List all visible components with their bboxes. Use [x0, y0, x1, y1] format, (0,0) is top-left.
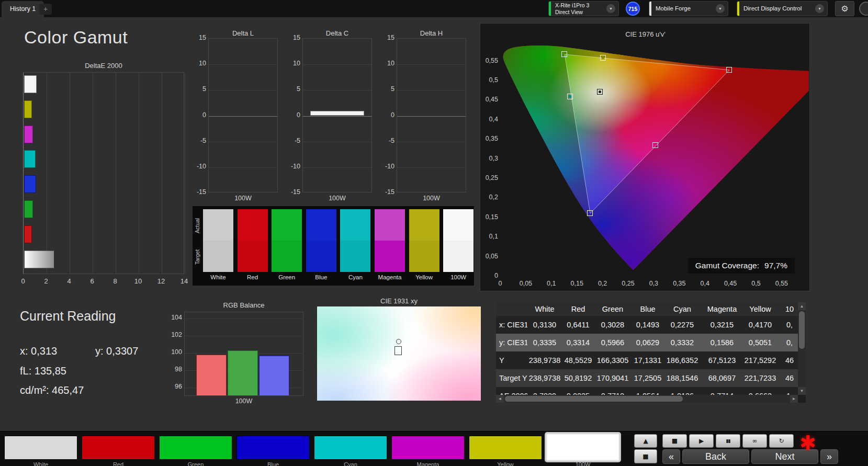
- pattern-swatch-red[interactable]: [82, 436, 155, 460]
- y-tick-label: 0,15: [482, 213, 498, 221]
- gridline: [93, 73, 93, 274]
- power-button[interactable]: [859, 2, 868, 16]
- rgb-bar-red: [196, 355, 227, 395]
- actual-swatch-100w: [443, 209, 474, 241]
- delta-c-bar: [310, 111, 364, 116]
- target-swatch-100w: [443, 241, 474, 272]
- y-tick-label: 0,5: [482, 76, 498, 84]
- scroll-right-icon[interactable]: ►: [790, 395, 798, 403]
- x-tick-label: 10: [131, 277, 145, 285]
- table-row[interactable]: x: CIE310,31300,64110,30280,14930,22750,…: [496, 316, 798, 334]
- next-chevron-button[interactable]: »: [820, 449, 838, 464]
- x-tick-label: 0,35: [670, 280, 689, 287]
- value-cell: 0,6663: [744, 387, 776, 395]
- value-cell: 217,5292: [744, 351, 776, 369]
- delta-c-chart: Delta C 100W 151050-5-10-15: [287, 29, 373, 203]
- swatch-column-label: Green: [272, 274, 302, 280]
- xy-reading-circle-marker: [396, 339, 401, 344]
- pattern-swatch-cyan[interactable]: [314, 436, 387, 460]
- pattern-swatch-white[interactable]: [4, 436, 77, 460]
- cie-1976-panel: CIE 1976 u'v': [480, 23, 810, 291]
- target-swatch-red: [238, 241, 268, 272]
- settings-button[interactable]: ⚙: [835, 1, 854, 16]
- reading-x: x: 0,313: [20, 345, 57, 357]
- x-tick-label: 0: [491, 280, 510, 287]
- gamut-coverage-label: Gamut Coverage:: [695, 261, 759, 270]
- value-cell: 0,3335: [527, 334, 562, 351]
- v-scroll-thumb[interactable]: [799, 311, 805, 349]
- gamut-coverage-readout: Gamut Coverage: 97,7%: [688, 258, 795, 274]
- display-control-dropdown[interactable]: Direct Display Control ▼: [737, 1, 828, 16]
- y-tick-label: 0,55: [482, 57, 498, 64]
- chevron-down-icon: ▼: [815, 4, 824, 13]
- meter-id-badge[interactable]: 715: [626, 2, 640, 16]
- deltae-bar-magenta: [24, 126, 33, 143]
- reading-y: y: 0,3307: [95, 345, 138, 357]
- marker-magenta-secondary: [652, 142, 658, 148]
- stop-button[interactable]: ■: [662, 434, 687, 448]
- play-button[interactable]: ▶: [689, 434, 714, 448]
- deltae-bar-green: [24, 200, 33, 218]
- x-tick-label: 0,4: [695, 280, 714, 287]
- value-cell: 0,7718: [594, 387, 631, 395]
- scroll-down-icon[interactable]: ▼: [798, 387, 806, 395]
- value-cell: 221,7233: [744, 369, 776, 387]
- pattern-swatch-green[interactable]: [159, 436, 232, 460]
- tab-history-1[interactable]: History 1: [2, 1, 44, 17]
- pattern-source-dropdown[interactable]: Mobile Forge ▼: [649, 1, 728, 16]
- reading-cdm2: cd/m²: 465,47: [20, 384, 84, 396]
- table-row[interactable]: y: CIE310,33350,33140,59660,06290,33320,…: [496, 334, 798, 351]
- pattern-window-button[interactable]: ■: [634, 449, 657, 463]
- meter-dropdown-label: X-Rite i1Pro 3 Direct View: [551, 2, 606, 15]
- x-tick-label: 0,25: [619, 280, 638, 287]
- delta-l-x-label: 100W: [208, 195, 278, 202]
- pause-button[interactable]: ▮▮: [716, 434, 740, 448]
- h-scroll-thumb[interactable]: [505, 396, 683, 402]
- pattern-up-button[interactable]: ▲: [634, 434, 657, 448]
- deltae-bar-cyan: [24, 150, 36, 168]
- pattern-swatch-yellow[interactable]: [469, 436, 542, 460]
- value-cell: 1,0564: [631, 387, 664, 395]
- continuous-button[interactable]: ∞: [742, 434, 767, 448]
- scroll-up-icon[interactable]: ▲: [798, 302, 806, 310]
- table-row[interactable]: Target Y238,973850,8192170,904117,250518…: [496, 369, 798, 387]
- marker-blue-primary: [587, 210, 593, 216]
- value-cell: 0,7714: [700, 387, 744, 395]
- gridline: [185, 73, 185, 274]
- table-row[interactable]: Y238,973848,5529166,330517,1331186,63526…: [496, 351, 798, 369]
- value-cell: 170,9041: [594, 369, 631, 387]
- marker-green-primary: [561, 51, 567, 57]
- gridline: [209, 64, 277, 65]
- meter-dropdown[interactable]: X-Rite i1Pro 3 Direct View ▼: [548, 1, 619, 16]
- pattern-swatch-blue[interactable]: [236, 436, 310, 460]
- pattern-swatch-label: Magenta: [391, 461, 465, 466]
- value-cell: 68,0697: [700, 369, 744, 387]
- y-tick-label: 0: [482, 272, 498, 279]
- deltae-bar-white: [24, 75, 37, 93]
- scroll-left-icon[interactable]: ◄: [496, 395, 504, 403]
- top-bar: History 1 + X-Rite i1Pro 3 Direct View ▼…: [0, 0, 868, 17]
- table-row[interactable]: ΔE 20002,78290,02350,77181,05641,01360,7…: [496, 387, 798, 395]
- value-cell: 0,2275: [664, 316, 700, 334]
- table-horizontal-scrollbar[interactable]: ◄ ►: [496, 395, 798, 403]
- gridline: [397, 64, 466, 65]
- table-header-cell: Yellow: [744, 302, 776, 316]
- gridline: [303, 116, 371, 117]
- pattern-swatch-label: Yellow: [469, 461, 542, 466]
- delta-h-plot-area: [397, 38, 466, 192]
- pattern-swatch-magenta[interactable]: [391, 436, 465, 460]
- x-tick-label: 14: [177, 277, 191, 285]
- reset-button[interactable]: ↻: [769, 434, 794, 448]
- pattern-swatch-100w[interactable]: [546, 434, 619, 461]
- table-header-cell: [496, 302, 527, 316]
- target-swatch-white: [203, 241, 233, 272]
- target-swatch-cyan: [340, 241, 370, 272]
- table-header-cell: Blue: [631, 302, 664, 316]
- back-chevron-button[interactable]: «: [662, 449, 680, 464]
- marker-dot: [602, 56, 604, 59]
- delta-c-plot-area: [302, 38, 372, 192]
- table-vertical-scrollbar[interactable]: ▲ ▼: [798, 302, 806, 395]
- add-tab-button[interactable]: +: [39, 4, 52, 15]
- pattern-bar: WhiteRedGreenBlueCyanMagentaYellow100W ▲…: [0, 431, 868, 466]
- back-button[interactable]: Back: [682, 449, 749, 464]
